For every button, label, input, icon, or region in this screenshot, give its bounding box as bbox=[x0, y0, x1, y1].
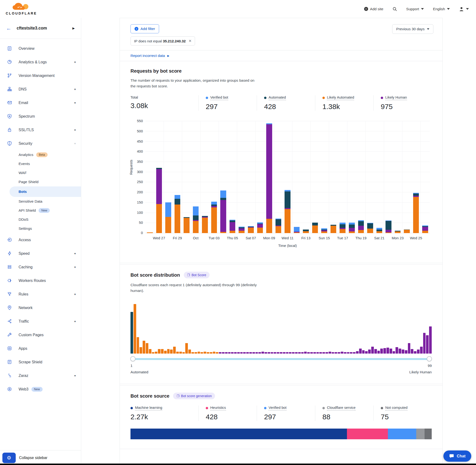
slider-handle-min[interactable] bbox=[130, 356, 136, 361]
filter-chip[interactable]: IP does not equal 35.212.240.32 ✕ bbox=[130, 36, 195, 45]
histogram-bar-score-73[interactable] bbox=[350, 352, 352, 354]
sidebar-subitem-api-shield[interactable]: API ShieldNew bbox=[0, 206, 81, 215]
histogram-bar-score-48[interactable] bbox=[274, 352, 276, 354]
histogram-bar-score-63[interactable] bbox=[319, 352, 322, 354]
histogram-bar-score-65[interactable] bbox=[326, 352, 328, 354]
histogram-bar-score-95[interactable] bbox=[417, 349, 420, 354]
stacked-bar[interactable] bbox=[330, 225, 337, 233]
account-menu[interactable] bbox=[459, 6, 469, 12]
histogram-bar-score-31[interactable] bbox=[222, 352, 224, 354]
stacked-bar[interactable] bbox=[303, 230, 309, 233]
sidebar-item-caching[interactable]: Caching▾ bbox=[0, 260, 81, 274]
stacked-bar[interactable] bbox=[202, 216, 208, 233]
histogram-bar-score-32[interactable] bbox=[225, 352, 228, 354]
sidebar-subitem-ddos[interactable]: DDoS bbox=[0, 215, 81, 224]
histogram-bar-score-5[interactable] bbox=[143, 341, 145, 354]
histogram-bar-score-19[interactable] bbox=[185, 343, 188, 354]
histogram-bar-score-69[interactable] bbox=[338, 352, 340, 354]
histogram-bar-score-35[interactable] bbox=[234, 352, 237, 354]
stacked-bar[interactable] bbox=[248, 226, 254, 233]
histogram-bar-score-43[interactable] bbox=[258, 352, 261, 354]
sidebar-subitem-analytics[interactable]: AnalyticsBeta bbox=[0, 150, 81, 159]
sidebar-item-traffic[interactable]: Traffic▾ bbox=[0, 315, 81, 328]
histogram-bar-score-76[interactable] bbox=[359, 349, 362, 354]
sidebar-item-workers-routes[interactable]: Workers Routes bbox=[0, 274, 81, 287]
histogram-bar-score-21[interactable] bbox=[191, 352, 194, 354]
histogram-bar-score-74[interactable] bbox=[353, 352, 356, 354]
histogram-bar-score-61[interactable] bbox=[313, 352, 316, 354]
sidebar-item-web3[interactable]: Web3New bbox=[0, 382, 81, 396]
stacked-bar[interactable] bbox=[413, 193, 419, 233]
histogram-bar-score-1[interactable] bbox=[130, 312, 133, 354]
stacked-bar[interactable] bbox=[156, 168, 162, 233]
stacked-bar[interactable] bbox=[339, 223, 346, 233]
stacked-bar[interactable] bbox=[395, 231, 401, 233]
histogram-bar-score-71[interactable] bbox=[344, 352, 347, 354]
histogram-bar-score-52[interactable] bbox=[286, 352, 289, 354]
stacked-bar[interactable] bbox=[175, 195, 180, 233]
histogram-bar-score-29[interactable] bbox=[216, 352, 218, 354]
histogram-bar-score-66[interactable] bbox=[328, 352, 331, 354]
search-button[interactable] bbox=[392, 7, 397, 11]
histogram-bar-score-47[interactable] bbox=[271, 352, 273, 354]
collapse-sidebar-button[interactable]: Collapse sidebar bbox=[19, 456, 47, 460]
sidebar-item-version-management[interactable]: Version Management bbox=[0, 69, 81, 82]
histogram-bar-score-77[interactable] bbox=[362, 350, 365, 354]
stacked-bar[interactable] bbox=[386, 221, 391, 233]
cloudflare-logo[interactable]: CLOUDFLARE bbox=[6, 3, 37, 15]
source-segment-verified-bot[interactable] bbox=[388, 429, 416, 439]
stacked-bar[interactable] bbox=[404, 230, 410, 233]
stacked-bar[interactable] bbox=[184, 217, 190, 233]
histogram-bar-score-87[interactable] bbox=[393, 351, 395, 354]
stacked-bar[interactable] bbox=[147, 232, 153, 233]
histogram-bar-score-2[interactable] bbox=[134, 304, 136, 354]
histogram-bar-score-24[interactable] bbox=[201, 352, 203, 354]
language-menu[interactable]: English bbox=[433, 7, 450, 11]
support-menu[interactable]: Support bbox=[406, 7, 424, 11]
histogram-bar-score-16[interactable] bbox=[176, 352, 179, 354]
sidebar-item-speed[interactable]: Speed▾ bbox=[0, 247, 81, 260]
histogram-bar-score-55[interactable] bbox=[295, 352, 298, 354]
histogram-bar-score-14[interactable] bbox=[170, 349, 173, 354]
stacked-bar[interactable] bbox=[312, 223, 318, 233]
histogram-bar-score-34[interactable] bbox=[231, 352, 233, 354]
histogram-bar-score-82[interactable] bbox=[377, 351, 380, 354]
sidebar-item-access[interactable]: Access bbox=[0, 233, 81, 247]
histogram-bar-score-41[interactable] bbox=[252, 352, 255, 354]
histogram-bar-score-4[interactable] bbox=[139, 347, 142, 354]
histogram-bar-score-81[interactable] bbox=[374, 349, 377, 354]
stacked-bar[interactable] bbox=[239, 227, 244, 233]
histogram-bar-score-28[interactable] bbox=[213, 352, 215, 354]
source-segment-cloudflare-service[interactable] bbox=[416, 429, 424, 439]
histogram-bar-score-98[interactable] bbox=[426, 335, 429, 354]
sidebar-item-scrape-shield[interactable]: Scrape Shield bbox=[0, 355, 81, 369]
stacked-bar[interactable] bbox=[349, 223, 355, 233]
back-arrow-icon[interactable]: ← bbox=[6, 25, 11, 32]
histogram-bar-score-25[interactable] bbox=[204, 352, 206, 354]
histogram-bar-score-44[interactable] bbox=[262, 352, 264, 354]
chat-button[interactable]: Chat bbox=[443, 451, 471, 462]
histogram-bar-score-37[interactable] bbox=[240, 352, 243, 354]
histogram-bar-score-89[interactable] bbox=[399, 349, 401, 354]
stacked-bar[interactable] bbox=[358, 220, 364, 233]
source-segment-heuristics[interactable] bbox=[347, 429, 388, 439]
histogram-bar-score-11[interactable] bbox=[161, 349, 164, 354]
sidebar-subitem-sensitive-data[interactable]: Sensitive Data bbox=[0, 197, 81, 206]
stacked-bar[interactable] bbox=[230, 220, 235, 233]
histogram-bar-score-88[interactable] bbox=[395, 347, 398, 354]
quick-settings-button[interactable]: ⚙ bbox=[2, 453, 16, 463]
histogram-bar-score-30[interactable] bbox=[219, 352, 222, 354]
histogram-bar-score-85[interactable] bbox=[386, 348, 389, 354]
stacked-bar[interactable] bbox=[376, 228, 382, 233]
histogram-bar-score-38[interactable] bbox=[243, 352, 246, 354]
add-filter-button[interactable]: + Add filter bbox=[130, 24, 159, 33]
stacked-bar[interactable] bbox=[220, 190, 226, 233]
add-site-button[interactable]: + Add site bbox=[364, 7, 383, 11]
histogram-bar-score-57[interactable] bbox=[301, 352, 304, 354]
histogram-bar-score-92[interactable] bbox=[408, 343, 411, 354]
histogram-bar-score-56[interactable] bbox=[298, 352, 301, 354]
histogram-bar-score-59[interactable] bbox=[307, 352, 310, 354]
stacked-bar[interactable] bbox=[294, 227, 300, 233]
histogram-bar-score-26[interactable] bbox=[207, 352, 209, 354]
sidebar-item-apps[interactable]: Apps bbox=[0, 342, 81, 355]
